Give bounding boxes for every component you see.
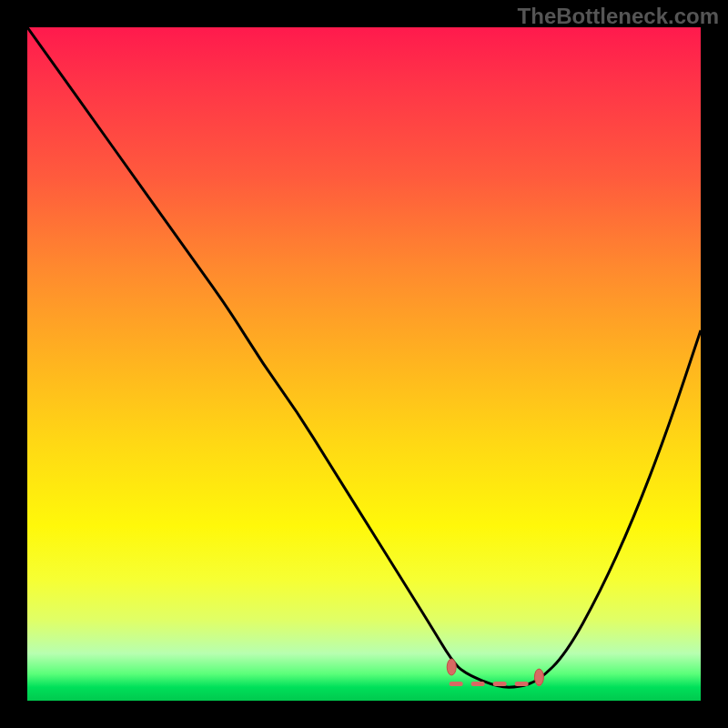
- plot-area: [27, 27, 701, 701]
- curve-marker-right: [534, 669, 543, 685]
- curve-marker-left: [447, 659, 456, 675]
- bottleneck-curve: [27, 27, 701, 687]
- watermark-text: TheBottleneck.com: [518, 4, 719, 29]
- chart-frame: TheBottleneck.com: [0, 0, 728, 728]
- curve-svg: [27, 27, 701, 701]
